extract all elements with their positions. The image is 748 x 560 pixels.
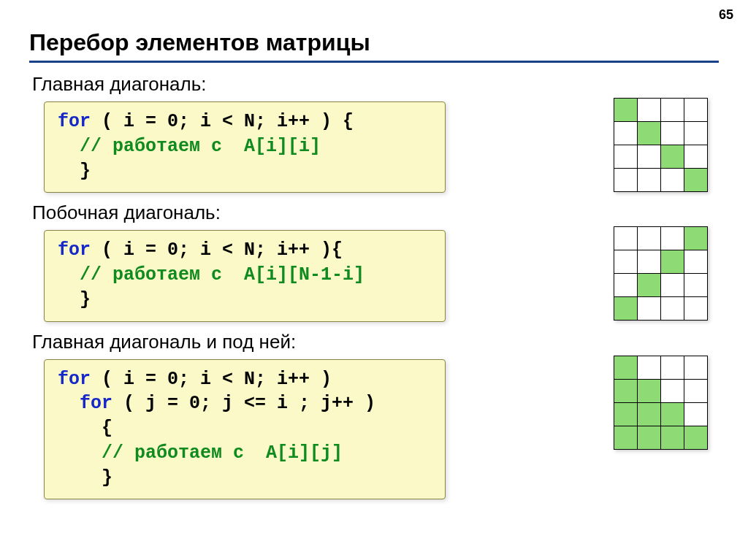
section-lower-triangle: Главная диагональ и под ней: for ( i = 0…	[29, 331, 719, 500]
page-number: 65	[719, 7, 733, 23]
code-text: ( j = 0; j <= i ; j++ )	[112, 393, 375, 414]
subheading-main-diagonal: Главная диагональ:	[32, 73, 580, 96]
code-text: {	[58, 418, 112, 439]
code-block-lower-triangle: for ( i = 0; i < N; i++ ) for ( j = 0; j…	[44, 359, 446, 500]
code-kw: for	[58, 393, 112, 414]
code-block-anti-diagonal: for ( i = 0; i < N; i++ ){ // работаем с…	[44, 230, 446, 321]
title-underline	[29, 61, 719, 63]
slide-title: Перебор элементов матрицы	[29, 29, 719, 56]
code-text: }	[58, 161, 91, 182]
code-kw: for	[58, 369, 91, 390]
code-kw: for	[58, 239, 91, 261]
matrix-anti-diagonal	[614, 226, 708, 321]
code-kw: for	[58, 111, 91, 132]
section-main-diagonal: Главная диагональ: for ( i = 0; i < N; i…	[29, 73, 719, 193]
matrix-main-diagonal	[614, 98, 708, 192]
code-block-main-diagonal: for ( i = 0; i < N; i++ ) { // работаем …	[44, 101, 446, 193]
code-text: ( i = 0; i < N; i++ ) {	[91, 111, 354, 132]
code-text: }	[58, 289, 91, 310]
code-text: ( i = 0; i < N; i++ )	[91, 369, 332, 390]
code-text: ( i = 0; i < N; i++ ){	[91, 239, 343, 261]
section-anti-diagonal: Побочная диагональ: for ( i = 0; i < N; …	[29, 202, 719, 321]
subheading-anti-diagonal: Побочная диагональ:	[32, 202, 580, 224]
code-comment: // работаем с A[i][i]	[58, 136, 321, 157]
matrix-lower-triangle	[614, 356, 708, 450]
code-text: }	[58, 467, 112, 488]
code-comment: // работаем с A[i][j]	[58, 442, 343, 464]
code-comment: // работаем с A[i][N-1-i]	[58, 264, 365, 285]
subheading-lower-triangle: Главная диагональ и под ней:	[32, 331, 580, 353]
